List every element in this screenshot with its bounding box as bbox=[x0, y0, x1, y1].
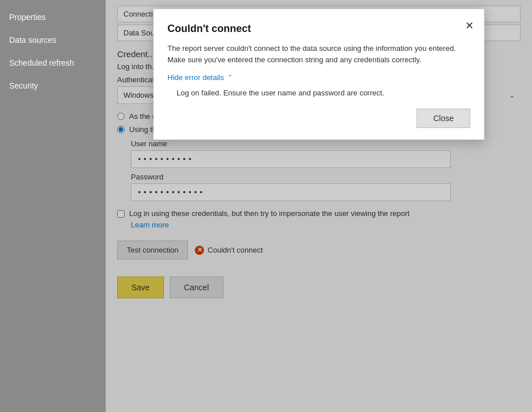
sidebar-item-label: Data sources bbox=[9, 35, 56, 45]
sidebar-item-label: Properties bbox=[9, 13, 46, 22]
sidebar-item-security[interactable]: Security bbox=[0, 74, 106, 97]
error-modal: Couldn't connect ✕ The report server cou… bbox=[153, 9, 485, 140]
sidebar-item-scheduled-refresh[interactable]: Scheduled refresh bbox=[0, 51, 106, 74]
error-detail-text: Log on failed. Ensure the user name and … bbox=[167, 89, 470, 97]
sidebar-item-data-sources[interactable]: Data sources bbox=[0, 29, 106, 51]
sidebar: Properties Data sources Scheduled refres… bbox=[0, 0, 106, 412]
sidebar-item-label: Security bbox=[9, 81, 38, 90]
modal-footer: Close bbox=[167, 109, 470, 128]
chevron-up-icon: ⌃ bbox=[227, 74, 233, 81]
sidebar-item-properties[interactable]: Properties bbox=[0, 6, 106, 29]
modal-overlay: Couldn't connect ✕ The report server cou… bbox=[106, 0, 532, 412]
modal-close-x-button[interactable]: ✕ bbox=[463, 17, 476, 34]
modal-body-text: The report server couldn't connect to th… bbox=[167, 43, 470, 65]
sidebar-item-label: Scheduled refresh bbox=[9, 58, 74, 67]
modal-close-button[interactable]: Close bbox=[417, 109, 470, 128]
hide-error-label: Hide error details bbox=[167, 73, 224, 82]
modal-title: Couldn't connect bbox=[167, 23, 470, 35]
hide-error-details-button[interactable]: Hide error details ⌃ bbox=[167, 73, 233, 82]
main-content: Connection Data Sou... Credent... Log in… bbox=[106, 0, 532, 412]
